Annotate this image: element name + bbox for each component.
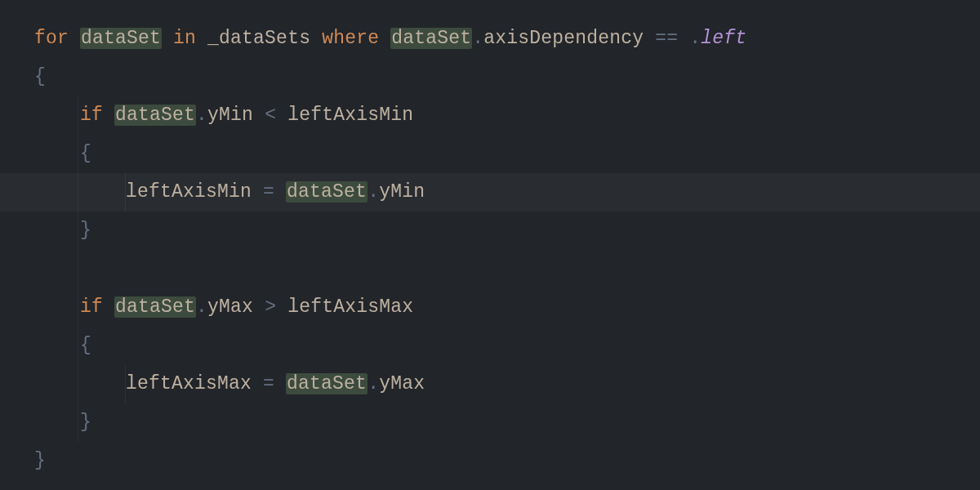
code-line[interactable]: leftAxisMax = dataSet.yMax — [0, 365, 980, 403]
indent-guide — [78, 288, 78, 327]
token-punct: . — [196, 105, 207, 126]
token-space — [253, 105, 265, 126]
token-prop: axisDependency — [483, 28, 644, 49]
code-line[interactable]: { — [0, 327, 980, 365]
token-op: == — [655, 28, 678, 49]
indent-guide — [78, 212, 78, 250]
indent-space — [34, 105, 80, 126]
token-space — [644, 28, 655, 49]
token-space — [276, 105, 287, 126]
token-ident: leftAxisMax — [287, 296, 413, 318]
token-punct: . — [472, 28, 483, 49]
code-line[interactable]: { — [0, 135, 980, 173]
token-var-hl: dataSet — [286, 373, 368, 394]
token-space — [103, 296, 114, 318]
code-line[interactable]: leftAxisMin = dataSet.yMin — [0, 173, 980, 212]
token-prop: yMax — [379, 373, 425, 394]
indent-guide — [78, 327, 78, 365]
token-kw-if: if — [80, 296, 103, 318]
token-op: > — [265, 296, 276, 318]
token-kw-if: if — [80, 105, 103, 126]
token-space — [274, 373, 286, 394]
code-line[interactable]: if dataSet.yMin < leftAxisMin — [0, 96, 980, 135]
token-space — [276, 296, 287, 318]
token-var-hl: dataSet — [286, 181, 368, 203]
token-op: = — [263, 373, 274, 394]
token-space — [274, 181, 286, 203]
indent-space — [34, 181, 126, 203]
token-var-hl: dataSet — [114, 105, 196, 126]
token-ident: _dataSets — [207, 28, 310, 49]
indent-space — [34, 296, 80, 318]
token-punct: } — [80, 412, 91, 433]
indent-guide — [78, 173, 78, 212]
token-var-hl: dataSet — [114, 296, 196, 318]
indent-guide — [78, 403, 78, 442]
token-punct: } — [34, 450, 46, 471]
token-space — [196, 28, 207, 49]
indent-space — [34, 373, 126, 394]
token-kw-for: where — [322, 28, 379, 49]
indent-guide — [125, 173, 126, 212]
token-punct: { — [80, 143, 91, 164]
token-op: < — [265, 105, 276, 126]
token-space — [310, 28, 322, 49]
indent-space — [34, 220, 80, 241]
token-space — [252, 373, 263, 394]
indent-space — [34, 143, 80, 164]
token-punct: . — [368, 373, 379, 394]
indent-space — [34, 335, 80, 356]
token-space — [162, 28, 173, 49]
code-line[interactable]: } — [0, 403, 980, 442]
indent-space — [34, 258, 80, 279]
token-var-hl: dataSet — [80, 28, 162, 49]
token-prop: yMax — [207, 296, 253, 318]
token-punct: . — [689, 28, 701, 49]
code-line[interactable]: } — [0, 212, 980, 250]
indent-guide — [78, 96, 78, 135]
token-punct: . — [196, 296, 207, 318]
token-punct: { — [34, 66, 46, 87]
indent-guide — [125, 365, 126, 403]
code-line[interactable]: for dataSet in _dataSets where dataSet.a… — [0, 20, 980, 58]
code-line[interactable]: } — [0, 442, 980, 480]
token-op: = — [263, 181, 274, 203]
token-punct: . — [368, 181, 379, 203]
token-space — [103, 105, 114, 126]
code-line[interactable] — [0, 250, 980, 288]
indent-guide — [78, 365, 78, 403]
token-space — [252, 181, 263, 203]
token-space — [253, 296, 265, 318]
token-ident: leftAxisMin — [126, 181, 252, 203]
token-ident: leftAxisMax — [126, 373, 252, 394]
token-space — [69, 28, 80, 49]
token-prop: yMin — [207, 105, 253, 126]
token-enum: left — [701, 28, 746, 49]
token-punct: } — [80, 220, 91, 241]
token-space — [379, 28, 390, 49]
code-editor[interactable]: for dataSet in _dataSets where dataSet.a… — [0, 0, 980, 480]
token-kw-for: for — [34, 28, 69, 49]
token-var-hl: dataSet — [390, 28, 472, 49]
token-prop: yMin — [379, 181, 425, 203]
indent-space — [34, 412, 80, 433]
token-ident: leftAxisMin — [287, 105, 413, 126]
code-line[interactable]: { — [0, 58, 980, 96]
token-space — [678, 28, 689, 49]
token-kw-for: in — [173, 28, 196, 49]
indent-guide — [78, 135, 78, 173]
indent-guide — [78, 250, 78, 288]
token-punct: { — [80, 335, 91, 356]
code-line[interactable]: if dataSet.yMax > leftAxisMax — [0, 288, 980, 327]
